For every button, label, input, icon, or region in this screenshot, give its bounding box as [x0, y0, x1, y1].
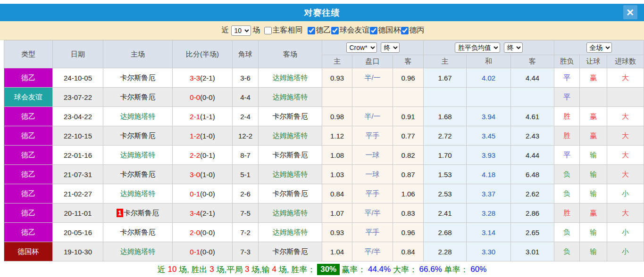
result-handicap: 输 — [580, 165, 607, 184]
competition-checkbox[interactable] — [401, 27, 409, 34]
away-team: 卡尔斯鲁厄 — [273, 189, 308, 197]
result-goals — [607, 88, 644, 107]
score-cell: 1-2(1-0) — [173, 126, 233, 146]
corners-score: 4-4 — [233, 88, 259, 107]
full-time-score: 3-3 — [190, 74, 200, 82]
score-cell: 3-4(2-1) — [173, 204, 233, 223]
score-cell: 0-1(0-0) — [173, 242, 233, 261]
summary-segment: 场, 胜出 — [176, 264, 209, 275]
competition-filter[interactable]: 德国杯 — [370, 25, 401, 35]
corners-score: 8-7 — [233, 146, 259, 165]
col-header-date: 日期 — [53, 41, 103, 68]
col-header-corners: 角球 — [233, 41, 259, 68]
table-row: 德乙 20-05-16 卡尔斯鲁厄 2-0(0-0) 7-2 达姆施塔特 0.9… — [4, 223, 644, 242]
match-date: 23-07-22 — [53, 88, 103, 107]
home-team-cell: 卡尔斯鲁厄 — [103, 223, 173, 242]
recent-count-select[interactable]: 10 — [231, 25, 251, 36]
result-win-lose: 平 — [554, 146, 580, 165]
close-icon: × — [627, 6, 634, 18]
avg-home-odds: 1.67 — [424, 68, 467, 88]
games-unit-label: 场 — [253, 25, 260, 35]
filter-bar: 近 10 场 主客相同 德乙 球会友谊 德国杯 德丙 — [0, 21, 644, 40]
bookmaker-select[interactable]: Crow* — [346, 42, 377, 53]
away-team-cell: 达姆施塔特 — [259, 88, 322, 107]
home-team-cell: 1卡尔斯鲁厄 — [103, 204, 173, 223]
corners-score: 2-6 — [233, 184, 259, 204]
away-team: 达姆施塔特 — [273, 170, 308, 178]
result-win-lose: 胜 — [554, 126, 580, 146]
bookmaker-time-select[interactable]: 终 — [381, 42, 400, 53]
competition-filter[interactable]: 德丙 — [401, 25, 425, 35]
summary-segment: 赢率： — [342, 264, 368, 275]
result-win-lose: 负 — [554, 165, 580, 184]
result-handicap: 输 — [580, 184, 607, 204]
odds-home: 0.84 — [322, 184, 352, 204]
score-cell: 3-0(1-0) — [173, 165, 233, 184]
scope-select[interactable]: 全场 — [586, 42, 612, 53]
corners-score: 7-2 — [233, 223, 259, 242]
away-team: 达姆施塔特 — [273, 228, 308, 236]
result-goals: 大 — [607, 165, 644, 184]
same-venue-filter[interactable]: 主客相同 — [264, 25, 303, 35]
result-goals: 大 — [607, 68, 644, 88]
home-team: 卡尔斯鲁厄 — [120, 228, 156, 236]
close-button[interactable]: × — [623, 5, 637, 19]
away-team-cell: 达姆施塔特 — [259, 165, 322, 184]
avg-type-select[interactable]: 胜平负均值 — [455, 42, 500, 53]
odds-away: 0.82 — [393, 146, 424, 165]
league-badge: 球会友谊 — [4, 88, 53, 107]
odds-handicap-line: 平手 — [352, 223, 393, 242]
away-team: 卡尔斯鲁厄 — [273, 247, 308, 255]
avg-draw-odds: 3.45 — [467, 126, 511, 146]
competition-label: 球会友谊 — [340, 25, 370, 35]
avg-home-odds: 1.53 — [424, 165, 467, 184]
competition-filter[interactable]: 德乙 — [308, 25, 331, 35]
summary-segment: 66.6% — [419, 265, 442, 274]
competition-checkbox[interactable] — [308, 27, 315, 34]
half-time-score: (1-0) — [200, 171, 215, 179]
home-team-cell: 卡尔斯鲁厄 — [103, 88, 173, 107]
league-badge: 德乙 — [4, 223, 53, 242]
avg-draw-odds: 3.93 — [467, 146, 511, 165]
avg-time-select[interactable]: 终 — [504, 42, 523, 53]
same-venue-checkbox[interactable] — [264, 27, 272, 34]
table-row: 德乙 24-10-05 卡尔斯鲁厄 3-3(2-1) 3-6 达姆施塔特 0.9… — [4, 68, 644, 88]
avg-home-odds: 2.28 — [424, 242, 467, 261]
odds-handicap-line: 平/半 — [352, 242, 393, 261]
competition-filter[interactable]: 球会友谊 — [331, 25, 370, 35]
odds-away: 0.96 — [393, 223, 424, 242]
away-team: 卡尔斯鲁厄 — [273, 151, 308, 159]
result-handicap: 赢 — [580, 126, 607, 146]
avg-away-odds: 6.48 — [511, 165, 554, 184]
result-handicap: 输 — [580, 146, 607, 165]
odds-home: 1.08 — [322, 146, 352, 165]
corners-score: 2-4 — [233, 107, 259, 126]
match-date: 22-01-16 — [53, 146, 103, 165]
home-team: 达姆施塔特 — [120, 247, 156, 255]
result-handicap: 赢 — [580, 68, 607, 88]
odds-home: 0.93 — [322, 68, 352, 88]
away-team: 达姆施塔特 — [273, 131, 308, 139]
summary-segment: 场, 胜率： — [276, 264, 315, 275]
competition-checkbox[interactable] — [331, 27, 339, 34]
odds-home: 1.03 — [322, 165, 352, 184]
half-time-score: (2-1) — [200, 209, 215, 217]
match-date: 21-02-27 — [53, 184, 103, 204]
col-header-avg-home: 主 — [424, 55, 467, 68]
competition-checkbox[interactable] — [370, 27, 377, 34]
result-goals: 大 — [607, 204, 644, 223]
full-time-score: 0-0 — [190, 93, 200, 101]
full-time-score: 0-1 — [190, 190, 200, 198]
summary-segment: 场,平局 — [214, 264, 245, 275]
home-team-cell: 卡尔斯鲁厄 — [103, 68, 173, 88]
odds-home: 1.07 — [322, 204, 352, 223]
avg-draw-odds: 3.30 — [467, 242, 511, 261]
away-team-cell: 达姆施塔特 — [259, 223, 322, 242]
table-row: 德乙 21-07-31 卡尔斯鲁厄 3-0(1-0) 5-1 达姆施塔特 1.0… — [4, 165, 644, 184]
odds-away: 1.06 — [393, 184, 424, 204]
summary-segment: 3 — [245, 265, 249, 274]
result-win-lose: 胜 — [554, 204, 580, 223]
league-badge: 德乙 — [4, 204, 53, 223]
score-cell: 0-1(0-0) — [173, 184, 233, 204]
result-goals: 小 — [607, 184, 644, 204]
